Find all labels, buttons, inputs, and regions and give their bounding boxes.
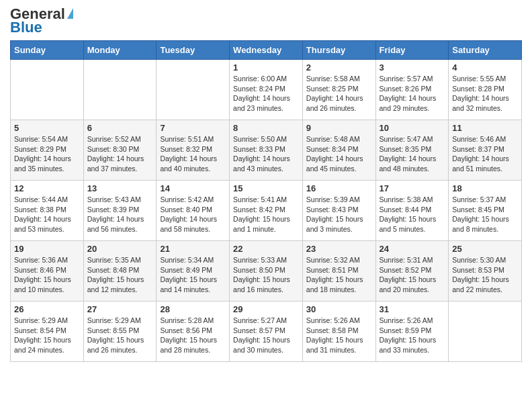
- calendar-week-row: 1Sunrise: 6:00 AM Sunset: 8:24 PM Daylig…: [11, 60, 522, 120]
- day-number: 15: [233, 183, 299, 193]
- cell-info: Sunrise: 5:29 AM Sunset: 8:55 PM Dayligh…: [87, 316, 153, 355]
- calendar-cell: 21Sunrise: 5:34 AM Sunset: 8:49 PM Dayli…: [157, 241, 230, 302]
- calendar-cell: 20Sunrise: 5:35 AM Sunset: 8:48 PM Dayli…: [83, 241, 157, 302]
- day-number: 30: [306, 304, 372, 314]
- day-number: 13: [87, 183, 153, 193]
- cell-info: Sunrise: 5:47 AM Sunset: 8:35 PM Dayligh…: [380, 134, 445, 174]
- cell-info: Sunrise: 5:32 AM Sunset: 8:51 PM Dayligh…: [306, 255, 372, 295]
- page-header: General Blue: [10, 7, 522, 35]
- cell-info: Sunrise: 5:34 AM Sunset: 8:49 PM Dayligh…: [160, 255, 226, 295]
- calendar-cell: 15Sunrise: 5:41 AM Sunset: 8:42 PM Dayli…: [230, 181, 303, 241]
- calendar-cell: 18Sunrise: 5:37 AM Sunset: 8:45 PM Dayli…: [449, 181, 522, 241]
- calendar-cell: 24Sunrise: 5:31 AM Sunset: 8:52 PM Dayli…: [375, 241, 449, 302]
- calendar-cell: 26Sunrise: 5:29 AM Sunset: 8:54 PM Dayli…: [11, 302, 84, 362]
- calendar-day-header: Tuesday: [157, 41, 230, 60]
- calendar-week-row: 5Sunrise: 5:54 AM Sunset: 8:29 PM Daylig…: [11, 120, 522, 181]
- calendar-body: 1Sunrise: 6:00 AM Sunset: 8:24 PM Daylig…: [11, 60, 522, 362]
- calendar-day-header: Saturday: [449, 41, 522, 60]
- day-number: 6: [87, 123, 153, 133]
- cell-info: Sunrise: 5:35 AM Sunset: 8:48 PM Dayligh…: [87, 255, 153, 295]
- calendar-day-header: Monday: [83, 41, 157, 60]
- cell-info: Sunrise: 5:52 AM Sunset: 8:30 PM Dayligh…: [87, 134, 153, 174]
- day-number: 27: [87, 304, 153, 314]
- cell-info: Sunrise: 5:31 AM Sunset: 8:52 PM Dayligh…: [380, 255, 445, 295]
- day-number: 19: [14, 244, 80, 254]
- cell-info: Sunrise: 5:46 AM Sunset: 8:37 PM Dayligh…: [452, 134, 518, 174]
- day-number: 9: [306, 123, 372, 133]
- calendar-cell: 8Sunrise: 5:50 AM Sunset: 8:33 PM Daylig…: [230, 120, 303, 181]
- calendar-cell: 13Sunrise: 5:43 AM Sunset: 8:39 PM Dayli…: [83, 181, 157, 241]
- cell-info: Sunrise: 5:48 AM Sunset: 8:34 PM Dayligh…: [306, 134, 372, 174]
- day-number: 4: [452, 62, 518, 73]
- day-number: 18: [452, 183, 518, 193]
- calendar-day-header: Wednesday: [230, 41, 303, 60]
- cell-info: Sunrise: 5:28 AM Sunset: 8:56 PM Dayligh…: [160, 316, 226, 355]
- cell-info: Sunrise: 5:27 AM Sunset: 8:57 PM Dayligh…: [233, 316, 299, 355]
- day-number: 12: [14, 183, 80, 193]
- calendar-week-row: 19Sunrise: 5:36 AM Sunset: 8:46 PM Dayli…: [11, 241, 522, 302]
- calendar-cell: 5Sunrise: 5:54 AM Sunset: 8:29 PM Daylig…: [11, 120, 84, 181]
- cell-info: Sunrise: 5:42 AM Sunset: 8:40 PM Dayligh…: [160, 195, 226, 234]
- cell-info: Sunrise: 5:41 AM Sunset: 8:42 PM Dayligh…: [233, 195, 299, 234]
- day-number: 20: [87, 244, 153, 254]
- calendar-day-header: Sunday: [11, 41, 84, 60]
- logo: General Blue: [10, 7, 73, 35]
- cell-info: Sunrise: 5:36 AM Sunset: 8:46 PM Dayligh…: [14, 255, 80, 295]
- day-number: 22: [233, 244, 299, 254]
- calendar-cell: [157, 60, 230, 120]
- calendar-cell: 28Sunrise: 5:28 AM Sunset: 8:56 PM Dayli…: [157, 302, 230, 362]
- calendar-cell: 22Sunrise: 5:33 AM Sunset: 8:50 PM Dayli…: [230, 241, 303, 302]
- calendar-cell: 19Sunrise: 5:36 AM Sunset: 8:46 PM Dayli…: [11, 241, 84, 302]
- cell-info: Sunrise: 5:55 AM Sunset: 8:28 PM Dayligh…: [452, 74, 518, 113]
- calendar-cell: 27Sunrise: 5:29 AM Sunset: 8:55 PM Dayli…: [83, 302, 157, 362]
- day-number: 28: [160, 304, 226, 314]
- cell-info: Sunrise: 6:00 AM Sunset: 8:24 PM Dayligh…: [233, 74, 299, 113]
- cell-info: Sunrise: 5:29 AM Sunset: 8:54 PM Dayligh…: [14, 316, 80, 355]
- cell-info: Sunrise: 5:30 AM Sunset: 8:53 PM Dayligh…: [452, 255, 518, 295]
- cell-info: Sunrise: 5:57 AM Sunset: 8:26 PM Dayligh…: [380, 74, 445, 113]
- logo-blue-text: Blue: [10, 20, 42, 35]
- calendar-cell: 9Sunrise: 5:48 AM Sunset: 8:34 PM Daylig…: [302, 120, 375, 181]
- calendar-cell: 14Sunrise: 5:42 AM Sunset: 8:40 PM Dayli…: [157, 181, 230, 241]
- calendar-cell: 17Sunrise: 5:38 AM Sunset: 8:44 PM Dayli…: [375, 181, 449, 241]
- calendar-cell: 1Sunrise: 6:00 AM Sunset: 8:24 PM Daylig…: [230, 60, 303, 120]
- day-number: 23: [306, 244, 372, 254]
- calendar-cell: 4Sunrise: 5:55 AM Sunset: 8:28 PM Daylig…: [449, 60, 522, 120]
- calendar-cell: 6Sunrise: 5:52 AM Sunset: 8:30 PM Daylig…: [83, 120, 157, 181]
- calendar-week-row: 12Sunrise: 5:44 AM Sunset: 8:38 PM Dayli…: [11, 181, 522, 241]
- calendar-day-header: Friday: [375, 41, 449, 60]
- calendar-cell: 25Sunrise: 5:30 AM Sunset: 8:53 PM Dayli…: [449, 241, 522, 302]
- cell-info: Sunrise: 5:50 AM Sunset: 8:33 PM Dayligh…: [233, 134, 299, 174]
- calendar-cell: [83, 60, 157, 120]
- day-number: 29: [233, 304, 299, 314]
- day-number: 7: [160, 123, 226, 133]
- day-number: 24: [380, 244, 445, 254]
- calendar-cell: 31Sunrise: 5:26 AM Sunset: 8:59 PM Dayli…: [375, 302, 449, 362]
- calendar-cell: 3Sunrise: 5:57 AM Sunset: 8:26 PM Daylig…: [375, 60, 449, 120]
- logo-triangle-icon: [67, 8, 73, 19]
- calendar-day-header: Thursday: [302, 41, 375, 60]
- calendar-table: SundayMondayTuesdayWednesdayThursdayFrid…: [10, 40, 522, 362]
- calendar-cell: [449, 302, 522, 362]
- calendar-cell: 12Sunrise: 5:44 AM Sunset: 8:38 PM Dayli…: [11, 181, 84, 241]
- day-number: 1: [233, 62, 299, 73]
- day-number: 14: [160, 183, 226, 193]
- cell-info: Sunrise: 5:58 AM Sunset: 8:25 PM Dayligh…: [306, 74, 372, 113]
- cell-info: Sunrise: 5:54 AM Sunset: 8:29 PM Dayligh…: [14, 134, 80, 174]
- day-number: 11: [452, 123, 518, 133]
- day-number: 5: [14, 123, 80, 133]
- calendar-cell: 10Sunrise: 5:47 AM Sunset: 8:35 PM Dayli…: [375, 120, 449, 181]
- calendar-header-row: SundayMondayTuesdayWednesdayThursdayFrid…: [11, 41, 522, 60]
- day-number: 26: [14, 304, 80, 314]
- cell-info: Sunrise: 5:26 AM Sunset: 8:59 PM Dayligh…: [380, 316, 445, 355]
- cell-info: Sunrise: 5:37 AM Sunset: 8:45 PM Dayligh…: [452, 195, 518, 234]
- calendar-cell: [11, 60, 84, 120]
- day-number: 10: [380, 123, 445, 133]
- day-number: 25: [452, 244, 518, 254]
- calendar-cell: 11Sunrise: 5:46 AM Sunset: 8:37 PM Dayli…: [449, 120, 522, 181]
- cell-info: Sunrise: 5:39 AM Sunset: 8:43 PM Dayligh…: [306, 195, 372, 234]
- day-number: 8: [233, 123, 299, 133]
- calendar-cell: 29Sunrise: 5:27 AM Sunset: 8:57 PM Dayli…: [230, 302, 303, 362]
- day-number: 21: [160, 244, 226, 254]
- calendar-cell: 7Sunrise: 5:51 AM Sunset: 8:32 PM Daylig…: [157, 120, 230, 181]
